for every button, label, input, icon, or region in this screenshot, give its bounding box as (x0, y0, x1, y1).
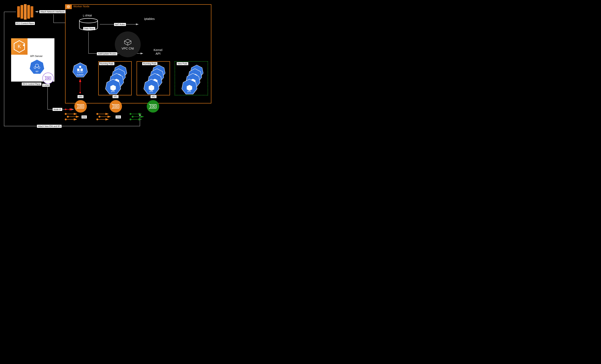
eni-eth1 (110, 100, 122, 113)
chip-icon (66, 5, 70, 9)
eks-control-plane-label: EKS Control Plane (22, 83, 41, 86)
svg-text:pod: pod (111, 90, 114, 93)
svg-line-30 (45, 79, 46, 80)
svg-rect-32 (79, 66, 81, 68)
eks-badge: K (11, 38, 28, 55)
xeni-circle (42, 73, 54, 84)
attach-new-label: Attach New ENI and IPs (37, 125, 62, 128)
api-heptagon: api (29, 58, 45, 75)
kubelet-label: kubelet (77, 74, 83, 76)
iptables-label: iptables (144, 17, 155, 21)
svg-point-78 (130, 113, 131, 115)
svg-point-76 (97, 119, 98, 120)
svg-line-49 (77, 107, 78, 109)
svg-rect-33 (77, 68, 80, 71)
worker-node-tab (65, 4, 72, 9)
svg-line-48 (77, 104, 78, 105)
svg-point-82 (130, 119, 131, 120)
xeni-label: X-ENI (42, 84, 50, 87)
eth1-label: eth1 (112, 95, 119, 98)
eni-label-1: ENI (81, 115, 87, 118)
svg-point-21 (23, 44, 25, 46)
attach-eni-label: Attach Network Interfaces (39, 10, 66, 13)
api-server-label: API Server (30, 55, 43, 58)
eni-icon (45, 76, 51, 81)
svg-rect-26 (46, 77, 51, 80)
vpc-cni-label: VPC CNI (121, 47, 134, 50)
svg-line-59 (149, 107, 150, 109)
eni-eth0 (74, 100, 87, 113)
running-pods-1-label: Running Pods (99, 62, 114, 65)
node-ip-label: Node IP (53, 108, 62, 111)
kernel-api-label: API (156, 52, 160, 56)
eni-eth2 (147, 100, 159, 113)
api-label: api (36, 70, 39, 72)
svg-line-53 (112, 104, 113, 105)
nat-rules-label: NAT Rules (114, 23, 126, 26)
svg-rect-56 (152, 105, 153, 107)
svg-point-66 (65, 113, 66, 115)
svg-rect-51 (114, 105, 116, 107)
svg-rect-34 (80, 68, 83, 71)
svg-rect-45 (78, 105, 84, 108)
diagram-stage: Worker Node EC2 Control Plane Attach Net… (0, 0, 213, 132)
svg-line-54 (112, 107, 113, 109)
svg-rect-10 (17, 6, 20, 18)
eks-icon: K (11, 38, 28, 55)
svg-rect-13 (27, 5, 30, 19)
pod-stack-3: pod (179, 64, 207, 95)
running-pods-2-label: Running Pods (142, 62, 157, 65)
svg-text:K: K (18, 44, 21, 49)
svg-rect-1 (68, 6, 69, 7)
svg-rect-46 (79, 105, 80, 107)
svg-rect-12 (24, 4, 27, 19)
svg-marker-17 (124, 39, 131, 43)
add-routes-label: Add/Update Routes (97, 52, 117, 55)
svg-rect-47 (81, 105, 83, 107)
lipam-title: L-IPAM (83, 14, 92, 17)
new-pods-label: New Pods (177, 62, 188, 65)
pod-stack-1: pod (102, 64, 131, 95)
svg-point-68 (67, 116, 69, 117)
svg-point-64 (65, 109, 66, 110)
ec2-control-plane-label: EC2 Control Plane (15, 22, 35, 25)
ec2-control-plane-icon (16, 4, 34, 22)
eth2-label: eth2 (150, 95, 157, 98)
kubelet-heptagon: kubelet (72, 62, 88, 78)
svg-rect-11 (20, 5, 23, 19)
svg-point-74 (99, 116, 100, 117)
svg-text:pod: pod (149, 90, 153, 93)
svg-rect-50 (113, 105, 119, 108)
svg-rect-27 (47, 77, 48, 79)
pod-stack-2: pod (140, 64, 170, 95)
svg-line-58 (149, 104, 150, 105)
svg-rect-28 (49, 77, 50, 79)
eni-label-2: ENI (116, 115, 121, 118)
svg-rect-55 (150, 105, 156, 108)
eth0-label: eth0 (78, 95, 83, 98)
svg-point-16 (79, 18, 98, 23)
svg-point-80 (132, 116, 133, 117)
vpc-cni-circle: VPC CNI (115, 31, 141, 57)
lipam-sub: Data Store (83, 27, 95, 30)
svg-rect-52 (117, 105, 118, 107)
cube-icon (123, 38, 132, 46)
kernel-label: Kernel (154, 48, 162, 52)
svg-point-72 (97, 113, 98, 115)
svg-rect-0 (68, 6, 70, 8)
worker-node-label: Worker Node (73, 5, 90, 8)
svg-text:pod: pod (187, 90, 191, 93)
svg-line-29 (45, 76, 46, 77)
svg-rect-57 (154, 105, 155, 107)
svg-rect-14 (30, 6, 33, 18)
svg-point-70 (65, 119, 66, 120)
